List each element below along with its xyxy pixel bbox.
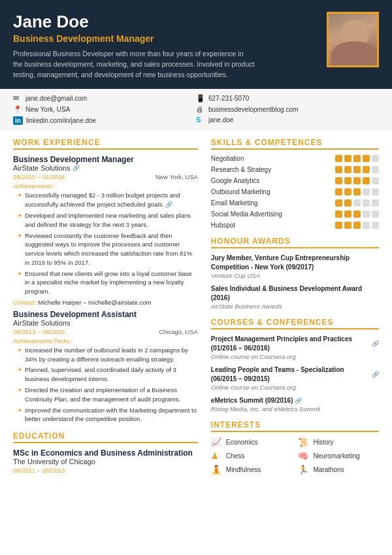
skill-row: Google Analytics	[211, 177, 379, 184]
candidate-bio: Professional Business Developer with mor…	[13, 49, 255, 80]
skill-dot-empty	[372, 222, 379, 229]
interest-item: ♟Chess	[211, 451, 292, 461]
skill-dot-filled	[344, 155, 351, 162]
header-info: Jane Doe Business Development Manager Pr…	[13, 12, 317, 80]
job1-company: AirState Solutions 🔗	[13, 164, 198, 172]
course-link-icon: 🔗	[372, 340, 379, 348]
contact-email: ✉ jane.doe@gmail.com	[13, 94, 196, 103]
skill-dot-empty	[363, 210, 370, 218]
course-source: Rising Media, Inc. and eMetrics Summit	[211, 405, 379, 412]
skill-row: Hubspot	[211, 222, 379, 229]
contact-skype: S jane.doe	[196, 116, 379, 124]
photo-placeholder	[329, 12, 377, 67]
skill-dot-empty	[372, 210, 379, 218]
skill-dot-filled	[344, 188, 351, 195]
skill-name: Research & Strategy	[211, 166, 335, 173]
skill-dot-filled	[335, 188, 342, 195]
website-text: businessdevelopmentblog.com	[208, 106, 298, 113]
skill-dot-filled	[335, 210, 342, 218]
honours-list: Jury Member, Venture Cup Entrepreneurshi…	[211, 254, 379, 310]
skill-dots	[335, 222, 379, 229]
job1-bullet-2: Developed and implemented new marketing …	[20, 211, 198, 229]
candidate-name: Jane Doe	[13, 12, 317, 32]
skill-name: Google Analytics	[211, 177, 335, 184]
course-link-icon: 🔗	[295, 397, 302, 405]
job1-location: New York, USA	[155, 173, 198, 180]
skill-dot-filled	[335, 155, 342, 162]
interest-icon: ♟	[211, 451, 223, 461]
skill-dot-empty	[372, 155, 379, 162]
interest-name: Economics	[226, 439, 258, 446]
skill-dot-filled	[363, 166, 370, 173]
website-icon: 🖨	[196, 105, 205, 113]
skill-row: Outbound Marketing	[211, 188, 379, 195]
interest-icon: 🧘	[211, 465, 223, 475]
job1-bullet-4: Ensured that new clients will grow into …	[20, 269, 198, 296]
interest-name: Mindfulness	[226, 466, 261, 473]
skill-dot-filled	[363, 155, 370, 162]
interests-grid: 📈Economics📜History♟Chess🧠Neuromarketing🧘…	[211, 437, 379, 475]
interest-icon: 🧠	[298, 451, 310, 461]
skill-dot-empty	[372, 177, 379, 184]
skill-dot-empty	[363, 199, 370, 207]
skills-title: SKILLS & COMPETENCES	[211, 138, 379, 150]
skill-dot-filled	[344, 166, 351, 173]
skill-dots	[335, 177, 379, 184]
award-org: Venture Cup USA	[211, 272, 379, 279]
job1-bullet-3: Reviewed constantly the customer feedbac…	[20, 231, 198, 267]
course-source: Online course on Coursera.org	[211, 384, 379, 391]
skill-dot-empty	[363, 188, 370, 195]
course-item: eMetrics Summit (09/2016) 🔗Rising Media,…	[211, 396, 379, 412]
job1-meta: 09/2015 – 01/2018 New York, USA	[13, 173, 198, 180]
job1-date: 09/2015 – 01/2018	[13, 173, 65, 180]
email-icon: ✉	[13, 94, 22, 103]
skill-name: Social Media Advertising	[211, 210, 335, 218]
job2-company: AirState Solutions	[13, 319, 198, 327]
skill-row: Social Media Advertising	[211, 210, 379, 218]
skills-list: NegotiationResearch & StrategyGoogle Ana…	[211, 155, 379, 229]
left-column: WORK EXPERIENCE Business Development Man…	[13, 138, 198, 475]
email-text: jane.doe@gmail.com	[25, 95, 87, 102]
job2-achievements-label: Achievements/Tasks:	[13, 337, 198, 345]
job1-title: Business Development Manager	[13, 155, 198, 164]
skill-dot-filled	[353, 210, 361, 218]
skill-dot-filled	[335, 222, 342, 229]
job2-bullet-2: Planned, supervised, and coordinated dai…	[20, 365, 198, 384]
contact-right: 📱 627-231-5070 🖨 businessdevelopmentblog…	[196, 94, 379, 125]
skill-dot-filled	[335, 166, 342, 173]
skill-dot-filled	[353, 222, 361, 229]
skill-dot-empty	[372, 166, 379, 173]
contact-location: 📍 New York, USA	[13, 105, 196, 114]
interest-item: 🧘Mindfulness	[211, 465, 292, 475]
award-title: Sales Individual & Business Development …	[211, 284, 379, 303]
candidate-photo	[327, 12, 379, 67]
skill-dot-filled	[363, 177, 370, 184]
job2-bullet-1: Increased the number of outbound leads i…	[20, 346, 198, 364]
skill-dot-filled	[353, 188, 361, 195]
contact-label: Contact:	[13, 299, 36, 306]
linkedin-text: linkedin.com/in/jane.doe	[26, 117, 96, 124]
honours-title: HONOUR AWARDS	[211, 237, 379, 248]
work-experience-title: WORK EXPERIENCE	[13, 138, 198, 150]
skill-dots	[335, 188, 379, 195]
skill-dot-filled	[353, 177, 361, 184]
interests-title: INTERESTS	[211, 420, 379, 432]
job2-meta: 08/2013 – 08/2015 Chicago, USA	[13, 328, 198, 335]
skill-row: Negotiation	[211, 155, 379, 162]
skype-text: jane.doe	[208, 116, 233, 124]
contact-left: ✉ jane.doe@gmail.com 📍 New York, USA in …	[13, 94, 196, 125]
skill-dot-empty	[372, 188, 379, 195]
skill-dot-empty	[372, 199, 379, 207]
interest-icon: 🏃	[298, 465, 310, 475]
courses-title: COURSES & CONFERENCES	[211, 318, 379, 329]
skype-icon: S	[196, 116, 205, 124]
interest-name: History	[313, 439, 333, 446]
course-source: Online course on Coursera.org	[211, 353, 379, 360]
skill-dot-filled	[335, 199, 342, 207]
edu-school: The University of Chicago	[13, 458, 198, 465]
award-org: AirState Business Awards	[211, 303, 379, 310]
job1-link-icon: 🔗	[73, 165, 80, 171]
award-item: Sales Individual & Business Development …	[211, 284, 379, 310]
skill-dot-empty	[353, 199, 361, 207]
contact-website: 🖨 businessdevelopmentblog.com	[196, 105, 379, 113]
